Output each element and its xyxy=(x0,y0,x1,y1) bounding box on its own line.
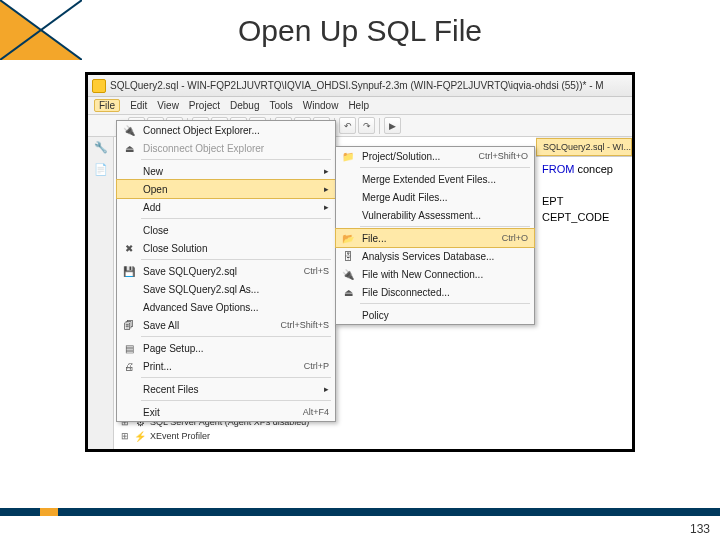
editor-tab[interactable]: SQLQuery2.sql - WI...(iqvia-ohdsi (55))*… xyxy=(536,138,632,156)
menu-separator xyxy=(141,336,331,337)
menu-item-policy[interactable]: Policy xyxy=(336,306,534,324)
menu-item-adv-save[interactable]: Advanced Save Options... xyxy=(117,298,335,316)
keyword: FROM xyxy=(542,163,574,175)
menu-item-project-solution[interactable]: 📁Project/Solution...Ctrl+Shift+O xyxy=(336,147,534,165)
save-icon: 💾 xyxy=(121,264,137,278)
menu-tools[interactable]: Tools xyxy=(269,100,292,111)
tool-icon[interactable]: ↷ xyxy=(358,117,375,134)
chevron-right-icon: ▸ xyxy=(324,202,329,212)
expand-icon[interactable]: ⊞ xyxy=(120,431,130,441)
menu-project[interactable]: Project xyxy=(189,100,220,111)
solution-icon: 📁 xyxy=(340,149,356,163)
print-icon: 🖨 xyxy=(121,359,137,373)
menu-bar[interactable]: File Edit View Project Debug Tools Windo… xyxy=(88,97,632,115)
menu-edit[interactable]: Edit xyxy=(130,100,147,111)
save-all-icon: 🗐 xyxy=(121,318,137,332)
side-toolbox: 🔧 📄 xyxy=(88,137,114,449)
menu-item-merge-ext[interactable]: Merge Extended Event Files... xyxy=(336,170,534,188)
menu-item-add[interactable]: Add▸ xyxy=(117,198,335,216)
menu-separator xyxy=(141,218,331,219)
menu-item-connect[interactable]: 🔌Connect Object Explorer... xyxy=(117,121,335,139)
code-area[interactable]: FROM concep EPT CEPT_CODE xyxy=(536,157,632,229)
menu-window[interactable]: Window xyxy=(303,100,339,111)
menu-separator xyxy=(360,167,530,168)
menu-item-save[interactable]: 💾Save SQLQuery2.sqlCtrl+S xyxy=(117,262,335,280)
code-editor: SQLQuery2.sql - WI...(iqvia-ohdsi (55))*… xyxy=(536,137,632,449)
code-text: concep xyxy=(574,163,613,175)
menu-item-exit[interactable]: ExitAlt+F4 xyxy=(117,403,335,421)
chevron-right-icon: ▸ xyxy=(324,184,329,194)
menu-item-merge-audit[interactable]: Merge Audit Files... xyxy=(336,188,534,206)
menu-item-print[interactable]: 🖨Print...Ctrl+P xyxy=(117,357,335,375)
menu-item-disconnect: ⏏Disconnect Object Explorer xyxy=(117,139,335,157)
menu-separator xyxy=(141,400,331,401)
menu-item-save-as[interactable]: Save SQLQuery2.sql As... xyxy=(117,280,335,298)
code-text: CEPT_CODE xyxy=(542,209,626,225)
menu-item-disconnected[interactable]: ⏏File Disconnected... xyxy=(336,283,534,301)
unplug-icon: ⏏ xyxy=(121,141,137,155)
slide-accent-bar xyxy=(0,508,720,516)
db-icon: 🗄 xyxy=(340,249,356,263)
app-window: SQLQuery2.sql - WIN-FQP2LJUVRTQ\IQVIA_OH… xyxy=(85,72,635,452)
menu-item-save-all[interactable]: 🗐Save AllCtrl+Shift+S xyxy=(117,316,335,334)
menu-separator xyxy=(360,226,530,227)
editor-tabstrip: SQLQuery2.sql - WI...(iqvia-ohdsi (55))*… xyxy=(536,137,632,157)
menu-item-new-conn[interactable]: 🔌File with New Connection... xyxy=(336,265,534,283)
menu-item-close-solution[interactable]: ✖Close Solution xyxy=(117,239,335,257)
toolbar-separator xyxy=(379,118,380,134)
menu-item-recent[interactable]: Recent Files▸ xyxy=(117,380,335,398)
page-number: 133 xyxy=(690,522,710,536)
menu-help[interactable]: Help xyxy=(348,100,369,111)
chevron-right-icon: ▸ xyxy=(324,166,329,176)
menu-view[interactable]: View xyxy=(157,100,179,111)
menu-separator xyxy=(141,159,331,160)
menu-item-new[interactable]: New▸ xyxy=(117,162,335,180)
menu-debug[interactable]: Debug xyxy=(230,100,259,111)
gutter-icon[interactable]: 📄 xyxy=(93,163,109,179)
tool-icon[interactable]: ▶ xyxy=(384,117,401,134)
tool-icon[interactable]: ↶ xyxy=(339,117,356,134)
menu-item-close[interactable]: Close xyxy=(117,221,335,239)
profiler-icon: ⚡ xyxy=(134,431,146,442)
tree-item[interactable]: ⊞⚡XEvent Profiler xyxy=(120,429,320,443)
plug-icon: 🔌 xyxy=(340,267,356,281)
slide-title: Open Up SQL File xyxy=(0,14,720,48)
menu-file[interactable]: File xyxy=(94,99,120,112)
menu-separator xyxy=(360,303,530,304)
gutter-icon[interactable]: 🔧 xyxy=(93,141,109,157)
code-text: EPT xyxy=(542,193,626,209)
window-title: SQLQuery2.sql - WIN-FQP2LJUVRTQ\IQVIA_OH… xyxy=(110,80,604,91)
plug-icon: 🔌 xyxy=(121,123,137,137)
file-open-icon: 📂 xyxy=(340,231,356,245)
menu-item-analysis[interactable]: 🗄Analysis Services Database... xyxy=(336,247,534,265)
open-submenu: 📁Project/Solution...Ctrl+Shift+O Merge E… xyxy=(335,146,535,325)
menu-separator xyxy=(141,259,331,260)
menu-item-file[interactable]: 📂File...Ctrl+O xyxy=(336,229,534,247)
page-icon: ▤ xyxy=(121,341,137,355)
menu-item-open[interactable]: Open▸ xyxy=(117,180,335,198)
file-menu: 🔌Connect Object Explorer... ⏏Disconnect … xyxy=(116,120,336,422)
close-icon: ✖ xyxy=(121,241,137,255)
chevron-right-icon: ▸ xyxy=(324,384,329,394)
menu-separator xyxy=(141,377,331,378)
app-icon xyxy=(92,79,106,93)
unplug-icon: ⏏ xyxy=(340,285,356,299)
menu-item-vuln[interactable]: Vulnerability Assessment... xyxy=(336,206,534,224)
title-bar: SQLQuery2.sql - WIN-FQP2LJUVRTQ\IQVIA_OH… xyxy=(88,75,632,97)
menu-item-page-setup[interactable]: ▤Page Setup... xyxy=(117,339,335,357)
